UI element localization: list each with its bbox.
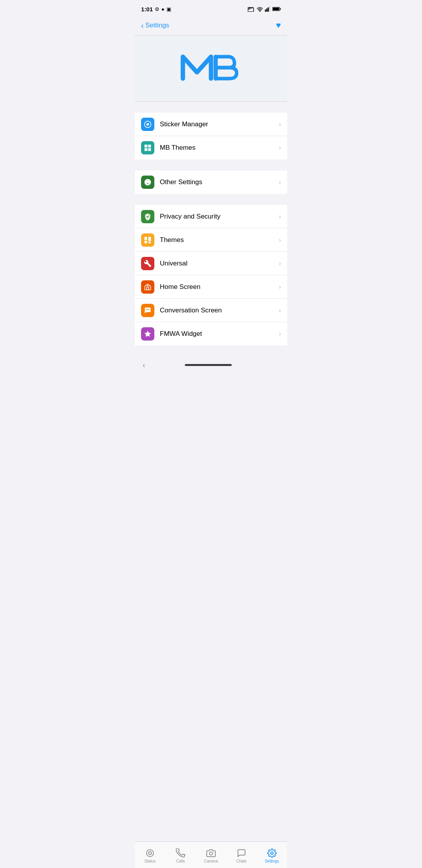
mb-themes-label: MB Themes — [160, 144, 279, 152]
svg-rect-13 — [148, 145, 151, 148]
section-gap-2 — [135, 160, 287, 170]
universal-chevron: › — [279, 260, 281, 267]
whatsapp-status-icon: ● — [161, 6, 165, 12]
svg-point-11 — [147, 123, 149, 126]
record-status-icon: ▣ — [166, 6, 171, 12]
universal-label: Universal — [160, 260, 279, 267]
bottom-back-button[interactable]: ‹ — [143, 360, 145, 369]
themes-chevron: › — [279, 237, 281, 244]
svg-rect-5 — [268, 7, 269, 12]
nav-header: ‹ Settings ♥ — [135, 17, 287, 36]
logo-area — [135, 36, 287, 102]
settings-status-icon: ⚙ — [155, 6, 159, 12]
back-button[interactable]: ‹ Settings — [141, 21, 169, 30]
conversation-screen-item[interactable]: Conversation Screen › — [135, 299, 287, 322]
themes-item[interactable]: Themes › — [135, 228, 287, 252]
mb-themes-item[interactable]: MB Themes › — [135, 136, 287, 160]
nav-bottom-area: ‹ — [135, 357, 287, 372]
signal-icon — [265, 6, 270, 12]
home-screen-item[interactable]: Home Screen › — [135, 275, 287, 299]
svg-rect-17 — [145, 240, 147, 243]
fmwa-widget-label: FMWA Widget — [160, 330, 279, 338]
svg-rect-19 — [148, 237, 151, 241]
status-time: 1:01 — [141, 6, 153, 13]
sticker-manager-icon — [141, 118, 154, 131]
cast-icon — [248, 6, 255, 12]
home-screen-chevron: › — [279, 283, 281, 291]
svg-rect-9 — [273, 8, 279, 11]
heart-button[interactable]: ♥ — [276, 20, 281, 30]
settings-group-2: Other Settings › — [135, 170, 287, 194]
svg-point-22 — [147, 309, 148, 310]
section-gap-3 — [135, 194, 287, 205]
status-icons-right — [248, 6, 281, 12]
home-screen-label: Home Screen — [160, 283, 279, 291]
svg-rect-8 — [280, 8, 281, 10]
mb-themes-chevron: › — [279, 144, 281, 151]
conversation-screen-icon — [141, 304, 154, 317]
privacy-security-item[interactable]: Privacy and Security › — [135, 205, 287, 228]
svg-point-21 — [146, 309, 147, 310]
fmwa-widget-item[interactable]: FMWA Widget › — [135, 322, 287, 346]
universal-item[interactable]: Universal › — [135, 252, 287, 275]
fmwa-widget-icon — [141, 327, 154, 341]
other-settings-icon — [141, 176, 154, 189]
privacy-security-icon — [141, 210, 154, 223]
svg-point-23 — [148, 309, 150, 310]
back-label: Settings — [145, 22, 169, 29]
back-chevron-icon: ‹ — [141, 21, 144, 30]
svg-rect-20 — [148, 242, 151, 243]
mb-logo — [180, 48, 242, 87]
wifi-icon — [257, 6, 263, 12]
bottom-gap — [135, 346, 287, 357]
svg-point-2 — [259, 11, 261, 12]
svg-rect-4 — [266, 9, 268, 12]
privacy-security-label: Privacy and Security — [160, 213, 279, 221]
battery-icon — [272, 6, 281, 12]
other-settings-item[interactable]: Other Settings › — [135, 170, 287, 194]
sticker-manager-label: Sticker Manager — [160, 120, 279, 128]
status-left: 1:01 ⚙ ● ▣ — [141, 6, 171, 13]
themes-icon — [141, 233, 154, 247]
fmwa-widget-chevron: › — [279, 330, 281, 337]
settings-group-3: Privacy and Security › Themes › — [135, 205, 287, 346]
sticker-manager-item[interactable]: Sticker Manager › — [135, 113, 287, 136]
sticker-manager-chevron: › — [279, 121, 281, 128]
svg-rect-15 — [148, 148, 151, 151]
mb-themes-icon — [141, 141, 154, 154]
home-indicator — [185, 364, 232, 366]
other-settings-label: Other Settings — [160, 178, 279, 186]
settings-group-1: Sticker Manager › MB Themes › — [135, 113, 287, 160]
status-bar: 1:01 ⚙ ● ▣ — [135, 0, 287, 17]
universal-icon — [141, 257, 154, 270]
conversation-screen-chevron: › — [279, 307, 281, 314]
home-screen-icon — [141, 280, 154, 294]
svg-rect-12 — [145, 145, 148, 148]
themes-label: Themes — [160, 236, 279, 244]
other-settings-chevron: › — [279, 179, 281, 186]
privacy-security-chevron: › — [279, 213, 281, 220]
svg-rect-14 — [145, 148, 148, 151]
svg-point-1 — [248, 11, 249, 12]
svg-rect-18 — [145, 237, 147, 240]
svg-rect-3 — [265, 9, 266, 12]
svg-rect-6 — [269, 6, 270, 12]
section-gap-1 — [135, 102, 287, 113]
conversation-screen-label: Conversation Screen — [160, 307, 279, 314]
